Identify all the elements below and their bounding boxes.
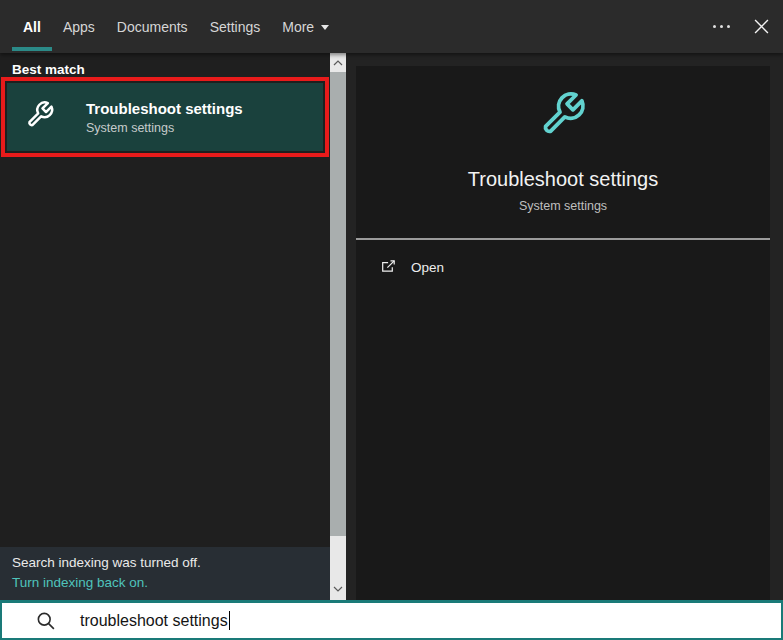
- search-input[interactable]: troubleshoot settings: [0, 600, 783, 640]
- best-match-heading: Best match: [12, 62, 85, 77]
- scroll-down-button[interactable]: [330, 579, 346, 598]
- open-external-icon: [380, 259, 397, 275]
- tab-settings[interactable]: Settings: [199, 0, 272, 53]
- preview-divider: [356, 238, 770, 240]
- chevron-down-icon: [333, 586, 343, 592]
- chevron-down-icon: [321, 25, 329, 30]
- magnifier-icon: [36, 611, 56, 631]
- tab-more[interactable]: More: [271, 0, 340, 53]
- text-caret: [229, 611, 231, 630]
- tab-more-label: More: [282, 19, 314, 35]
- best-match-result[interactable]: Troubleshoot settings System settings: [7, 83, 323, 151]
- ellipsis-icon[interactable]: [711, 19, 732, 34]
- annotation-red-box: Troubleshoot settings System settings: [1, 77, 329, 157]
- search-filter-bar: All Apps Documents Settings More: [0, 0, 783, 53]
- scroll-up-button[interactable]: [330, 53, 346, 72]
- topbar-actions: [711, 0, 769, 53]
- wrench-icon: [530, 85, 596, 151]
- open-action-label: Open: [411, 260, 444, 275]
- results-scrollbar[interactable]: [330, 53, 346, 600]
- tab-settings-label: Settings: [210, 19, 261, 35]
- open-action[interactable]: Open: [380, 259, 444, 275]
- wrench-icon: [20, 97, 60, 137]
- results-panel: Best match Troubleshoot settings System …: [0, 53, 330, 600]
- scrollbar-thumb[interactable]: [330, 72, 346, 536]
- filter-tabs: All Apps Documents Settings More: [12, 0, 340, 53]
- tab-apps[interactable]: Apps: [52, 0, 106, 53]
- tab-documents-label: Documents: [117, 19, 188, 35]
- tab-documents[interactable]: Documents: [106, 0, 199, 53]
- indexing-message: Search indexing was turned off.: [12, 555, 318, 570]
- indexing-notice: Search indexing was turned off. Turn ind…: [0, 547, 330, 600]
- preview-panel: Troubleshoot settings System settings Op…: [356, 66, 770, 600]
- search-query-text: troubleshoot settings: [80, 612, 228, 630]
- chevron-up-icon: [333, 60, 343, 66]
- close-icon[interactable]: [754, 19, 769, 34]
- result-title: Troubleshoot settings: [86, 100, 243, 117]
- preview-subtitle: System settings: [356, 199, 770, 213]
- tab-apps-label: Apps: [63, 19, 95, 35]
- result-subtitle: System settings: [86, 121, 243, 135]
- preview-title: Troubleshoot settings: [356, 168, 770, 191]
- tab-all[interactable]: All: [12, 0, 52, 53]
- tab-all-label: All: [23, 19, 41, 35]
- indexing-link[interactable]: Turn indexing back on.: [12, 575, 318, 590]
